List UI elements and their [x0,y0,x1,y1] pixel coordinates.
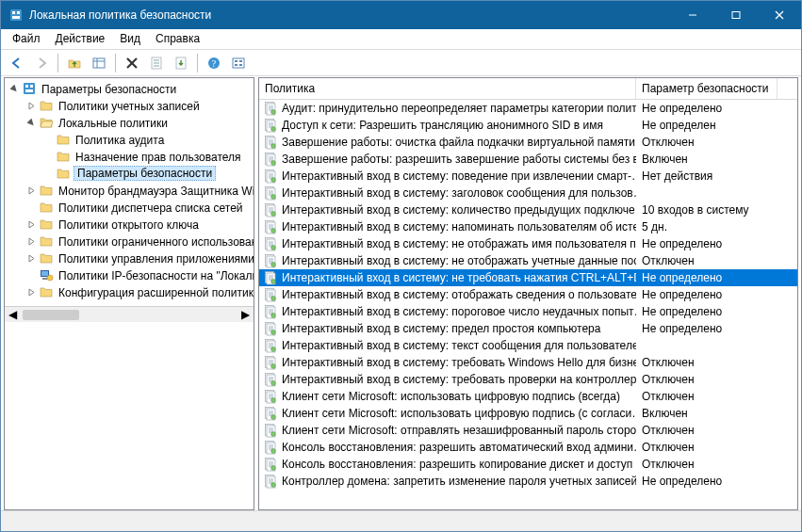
policy-row[interactable]: Интерактивный вход в систему: напоминать… [259,218,797,235]
policy-name: Завершение работы: разрешить завершение … [282,153,636,166]
svg-rect-21 [235,60,237,62]
policy-row[interactable]: Интерактивный вход в систему: требовать … [259,354,797,371]
policy-row[interactable]: Завершение работы: разрешить завершение … [259,151,797,168]
export-button[interactable] [170,52,192,74]
refresh-button[interactable] [227,52,250,74]
tree-label: Параметры безопасности [74,166,216,181]
policy-row[interactable]: Интерактивный вход в систему: не требова… [259,269,797,286]
policy-row[interactable]: Интерактивный вход в систему: требовать … [259,371,797,388]
list-body[interactable]: Аудит: принудительно переопределяет пара… [259,100,797,509]
svg-point-86 [271,246,276,250]
policy-icon [263,304,278,319]
policy-icon [263,355,278,370]
policy-name: Клиент сети Microsoft: отправлять незаши… [282,424,636,437]
tree-item[interactable]: Политики открытого ключа [5,216,254,233]
svg-rect-23 [235,64,237,66]
policy-icon [263,338,278,353]
policy-row[interactable]: Интерактивный вход в систему: заголовок … [259,185,797,202]
tree-item[interactable]: Локальные политики [5,114,254,131]
app-icon [8,8,24,23]
policy-icon [263,287,278,302]
policy-row[interactable]: Интерактивный вход в систему: отображать… [259,286,797,303]
policy-value: Не определено [636,288,777,301]
policy-row[interactable]: Доступ к сети: Разрешить трансляцию анон… [259,117,797,134]
maximize-button[interactable] [714,1,758,29]
policy-row[interactable]: Консоль восстановления: разрешить копиро… [259,456,797,473]
tree-item[interactable]: Политики учетных записей [5,97,254,114]
policy-row[interactable]: Интерактивный вход в систему: не отображ… [259,235,797,252]
tree-item[interactable]: Назначение прав пользователя [5,148,254,165]
tree-label: Локальные политики [57,116,172,130]
show-hide-tree-button[interactable] [88,52,110,74]
svg-rect-31 [42,278,47,280]
policy-name: Интерактивный вход в систему: не отображ… [282,254,636,267]
properties-button[interactable] [145,52,168,74]
policy-name: Интерактивный вход в систему: требовать … [282,373,636,386]
tree-hscroll[interactable]: ◀▶ [5,306,254,322]
menu-help[interactable]: Справка [148,29,207,49]
policy-icon [263,253,278,268]
folder-icon [39,234,54,249]
up-button[interactable] [63,52,86,74]
tree-item[interactable]: Конфигурация расширенной политики аудита [5,283,254,300]
minimize-button[interactable] [671,1,714,29]
policy-value: 5 дн. [636,220,777,234]
tree-root[interactable]: Параметры безопасности [5,80,254,97]
menu-action[interactable]: Действие [48,29,113,49]
policy-name: Интерактивный вход в систему: пороговое … [282,305,636,318]
col-policy[interactable]: Политика [259,78,636,99]
tree-item[interactable]: Монитор брандмауэра Защитника Windows [5,182,254,199]
policy-row[interactable]: Интерактивный вход в систему: текст сооб… [259,337,797,354]
policy-row[interactable]: Клиент сети Microsoft: отправлять незаши… [259,422,797,439]
tree-item[interactable]: Политики ограниченного использования про… [5,233,254,250]
menu-file[interactable]: Файл [5,29,48,49]
tree-label: Назначение прав пользователя [74,150,245,164]
tree-label: Монитор брандмауэра Защитника Windows [57,184,254,198]
policy-row[interactable]: Интерактивный вход в систему: предел про… [259,320,797,337]
svg-point-74 [271,212,276,217]
svg-point-158 [271,449,276,454]
forward-button[interactable] [30,52,53,74]
tree-item[interactable]: Политики управления приложениями [5,250,254,266]
col-setting[interactable]: Параметр безопасности [636,78,777,99]
svg-rect-2 [17,11,20,14]
svg-point-170 [271,483,276,488]
tree-item[interactable]: Политика аудита [5,131,254,148]
menu-view[interactable]: Вид [112,29,148,49]
list-header[interactable]: Политика Параметр безопасности [259,78,797,100]
policy-icon [263,372,278,387]
tree-pane[interactable]: Параметры безопасностиПолитики учетных з… [4,77,254,510]
svg-point-32 [47,275,53,281]
svg-rect-30 [41,271,48,276]
tree-item[interactable]: Политики IP-безопасности на "Локальный к… [5,266,254,283]
delete-button[interactable] [121,52,143,74]
policy-name: Интерактивный вход в систему: не отображ… [282,237,636,250]
tree-label: Параметры безопасности [40,82,180,96]
tree-item[interactable]: Параметры безопасности [5,165,254,182]
back-button[interactable] [6,52,28,74]
svg-point-56 [271,161,276,166]
policy-icon [263,389,278,404]
policy-row[interactable]: Контроллер домена: запретить изменение п… [259,473,797,490]
policy-row[interactable]: Интерактивный вход в систему: поведение … [259,168,797,185]
close-button[interactable] [758,1,801,29]
policy-row[interactable]: Клиент сети Microsoft: использовать цифр… [259,405,797,422]
policy-name: Клиент сети Microsoft: использовать цифр… [282,390,620,403]
policy-row[interactable]: Интерактивный вход в систему: не отображ… [259,252,797,269]
tree-item[interactable]: Политики диспетчера списка сетей [5,199,254,216]
policy-row[interactable]: Консоль восстановления: разрешить автома… [259,439,797,456]
policy-row[interactable]: Интерактивный вход в систему: количество… [259,202,797,218]
folder-icon [39,284,54,299]
policy-row[interactable]: Завершение работы: очистка файла подкачк… [259,134,797,151]
policy-row[interactable]: Клиент сети Microsoft: использовать цифр… [259,388,797,405]
policy-value: Не определено [636,305,777,318]
folder-icon [56,149,71,164]
svg-point-110 [271,314,276,318]
toolbar: ? [1,50,801,76]
svg-point-152 [271,432,276,437]
help-button[interactable]: ? [203,52,225,74]
policy-row[interactable]: Аудит: принудительно переопределяет пара… [259,100,797,117]
policy-name: Интерактивный вход в систему: предел про… [282,322,600,335]
menubar: Файл Действие Вид Справка [1,29,801,50]
policy-row[interactable]: Интерактивный вход в систему: пороговое … [259,303,797,320]
